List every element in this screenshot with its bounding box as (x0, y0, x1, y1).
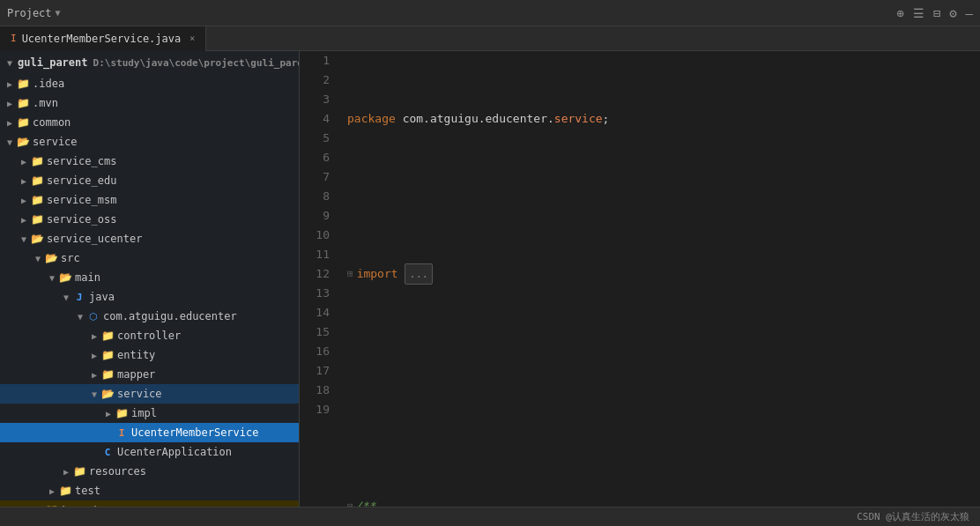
arrow-idea: ▶ (4, 79, 16, 89)
label-service-oss: service_oss (47, 213, 116, 226)
tree-item-java[interactable]: ▼ J java (0, 287, 299, 307)
folder-icon-common: 📁 (16, 116, 30, 129)
label-service-sub: service (117, 388, 162, 400)
tree-item-service[interactable]: ▼ 📂 service (0, 132, 299, 152)
tree-item-service-edu[interactable]: ▶ 📁 service_edu (0, 171, 299, 190)
folder-icon-service-sub: 📂 (100, 388, 115, 400)
ln-15: 15 (307, 322, 330, 342)
ln-1: 1 (307, 51, 330, 70)
tree-item-service-sub[interactable]: ▼ 📂 service (0, 384, 299, 404)
folder-icon-main: 📂 (58, 271, 72, 284)
tree-item-src[interactable]: ▼ 📂 src (0, 248, 299, 268)
folder-icon-resources: 📁 (72, 465, 86, 478)
label-idea: .idea (33, 78, 64, 90)
arrow-service-oss: ▶ (18, 215, 30, 225)
label-mvn: .mvn (33, 97, 58, 109)
tree-item-service-cms[interactable]: ▶ 📁 service_cms (0, 152, 299, 171)
label-ucenter-member-service: UcenterMemberService (131, 426, 259, 439)
tree-item-main[interactable]: ▼ 📂 main (0, 268, 299, 287)
ln-17: 17 (307, 361, 330, 381)
label-entity: entity (117, 349, 155, 361)
ln-8: 8 (307, 187, 330, 206)
ln-5: 5 (307, 129, 330, 148)
tree-item-idea[interactable]: ▶ 📁 .idea (0, 74, 299, 93)
label-service-ucenter: service_ucenter (47, 233, 142, 245)
ln-12: 12 (307, 264, 330, 284)
settings-icon[interactable]: ⚙ (949, 6, 956, 20)
minus-icon[interactable]: ⊟ (933, 6, 940, 20)
ln-3: 3 (307, 90, 330, 109)
fold-plus[interactable]: ⊞ (347, 264, 353, 284)
tree-item-mapper[interactable]: ▶ 📁 mapper (0, 365, 299, 384)
tree-item-test[interactable]: ▶ 📁 test (0, 481, 299, 500)
class-icon-ucenter-app: C (100, 447, 115, 458)
list-icon[interactable]: ☰ (913, 6, 924, 20)
add-icon[interactable]: ⊕ (896, 6, 903, 20)
label-java: java (89, 291, 115, 303)
label-service: service (33, 136, 78, 148)
code-line-5 (347, 419, 980, 439)
tree-item-service-msm[interactable]: ▶ 📁 service_msm (0, 190, 299, 210)
code-line-1: package com.atguigu.educenter.service; (347, 109, 980, 129)
arrow-resources: ▶ (60, 467, 72, 477)
tab-close-icon[interactable]: × (189, 33, 195, 43)
status-text: CSDN @认真生活的灰太狼 (857, 510, 969, 523)
ln-7: 7 (307, 167, 330, 187)
tree-item-resources[interactable]: ▶ 📁 resources (0, 462, 299, 481)
tree-item-controller[interactable]: ▶ 📁 controller (0, 326, 299, 345)
arrow-common: ▶ (4, 118, 16, 128)
folder-icon-service: 📂 (16, 136, 30, 148)
sidebar-collapse-icon[interactable]: ▼ (7, 58, 12, 68)
arrow-entity: ▶ (88, 351, 100, 360)
fold-minus-6[interactable]: ⊟ (347, 497, 353, 507)
semicolon-1: ; (603, 109, 610, 129)
ln-13: 13 (307, 284, 330, 303)
top-bar-icons: ⊕ ☰ ⊟ ⚙ — (896, 6, 973, 20)
ln-14: 14 (307, 303, 330, 322)
package-service: service (554, 109, 603, 129)
folder-icon-test: 📁 (58, 485, 72, 497)
tree-item-common[interactable]: ▶ 📁 common (0, 113, 299, 132)
status-bar: CSDN @认真生活的灰太狼 (0, 507, 980, 526)
tab-ucenter-member-service[interactable]: I UcenterMemberService.java × (0, 26, 206, 51)
tree-item-package[interactable]: ▼ ⬡ com.atguigu.educenter (0, 307, 299, 326)
ln-10: 10 (307, 226, 330, 245)
tree-item-ucenter-member-service[interactable]: I UcenterMemberService (0, 423, 299, 442)
project-label: Project ▼ (7, 7, 61, 19)
tree-item-mvn[interactable]: ▶ 📁 .mvn (0, 93, 299, 113)
tree-item-service-oss[interactable]: ▶ 📁 service_oss (0, 210, 299, 229)
label-src: src (61, 252, 80, 264)
ln-6: 6 (307, 148, 330, 167)
folder-icon-controller: 📁 (100, 330, 115, 342)
arrow-controller: ▶ (88, 331, 100, 341)
tree-item-impl[interactable]: ▶ 📁 impl (0, 404, 299, 423)
tree-item-entity[interactable]: ▶ 📁 entity (0, 345, 299, 365)
label-service-edu: service_edu (47, 174, 116, 187)
ln-4: 4 (307, 109, 330, 129)
tree-item-ucenter-application[interactable]: C UcenterApplication (0, 442, 299, 462)
arrow-service-msm: ▶ (18, 196, 30, 205)
label-package: com.atguigu.educenter (103, 310, 237, 322)
minimize-icon[interactable]: — (966, 6, 973, 20)
project-text: Project (7, 7, 52, 19)
tree-item-service-ucenter[interactable]: ▼ 📂 service_ucenter (0, 229, 299, 248)
sidebar: ▼ guli_parent D:\study\java\code\project… (0, 51, 300, 507)
arrow-java: ▼ (60, 293, 72, 302)
label-mapper: mapper (117, 368, 155, 381)
code-line-3: ⊞import ... (347, 264, 980, 284)
label-service-cms: service_cms (47, 155, 116, 167)
project-dropdown-icon[interactable]: ▼ (56, 8, 61, 18)
tree-item-target[interactable]: ▶ 📁 target (0, 500, 299, 507)
label-common: common (33, 116, 71, 129)
code-area[interactable]: package com.atguigu.educenter.service; ⊞… (338, 51, 980, 507)
package-name: com.atguigu.educenter. (403, 109, 554, 129)
label-impl: impl (131, 407, 157, 419)
label-ucenter-application: UcenterApplication (117, 446, 232, 458)
import-collapsed-block[interactable]: ... (405, 263, 433, 285)
code-line-6: ⊟/** (347, 497, 980, 507)
tab-bar: I UcenterMemberService.java × (0, 26, 980, 51)
ln-11: 11 (307, 245, 330, 264)
arrow-service-sub: ▼ (88, 389, 100, 399)
label-service-msm: service_msm (47, 194, 116, 206)
line-numbers: 1 2 3 4 5 6 7 8 9 10 11 12 13 14 15 16 1… (300, 51, 338, 507)
